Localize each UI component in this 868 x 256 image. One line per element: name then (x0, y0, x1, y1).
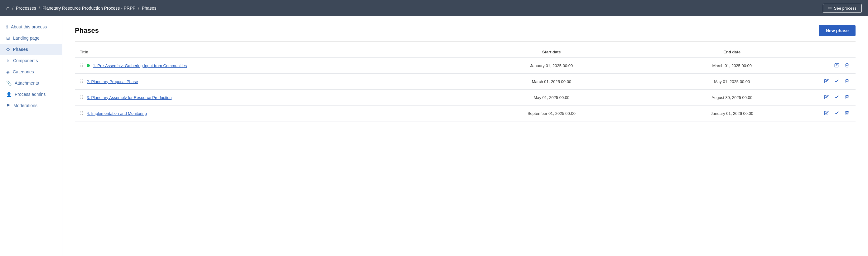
phase-title-cell-1: ⠿ 1. Pre-Assembly: Gathering Input from … (75, 58, 457, 74)
sidebar-item-label: Moderations (13, 103, 37, 108)
phase-title-cell-2: ⠿ 2. Planetary Proposal Phase (75, 74, 457, 90)
phase-start-date-2: March 01, 2025 00:00 (457, 74, 646, 90)
user-icon: 👤 (6, 92, 11, 97)
table-row: ⠿ 4. Implementation and Monitoring Septe… (75, 106, 856, 121)
eye-icon: 👁 (828, 6, 832, 10)
sidebar-item-attachments[interactable]: 📎 Attachments (0, 78, 62, 89)
col-header-title: Title (75, 47, 457, 58)
sidebar: ℹ About this process ⊞ Landing page ◇ Ph… (0, 16, 62, 256)
phase-actions-2 (818, 74, 856, 90)
breadcrumb-sep-3: / (138, 6, 140, 10)
table-row: ⠿ 1. Pre-Assembly: Gathering Input from … (75, 58, 856, 74)
breadcrumb: ⌂ / Processes / Planetary Resource Produ… (6, 5, 156, 11)
home-icon[interactable]: ⌂ (6, 5, 10, 11)
phase-start-date-4: September 01, 2025 00:00 (457, 106, 646, 121)
phase-end-date-2: May 01, 2025 00:00 (646, 74, 818, 90)
status-dot (87, 64, 90, 67)
delete-button-4[interactable] (843, 110, 850, 117)
sidebar-item-components[interactable]: ✕ Components (0, 55, 62, 66)
table-row: ⠿ 3. Planetary Assembly for Resource Pro… (75, 90, 856, 106)
page-title: Phases (75, 27, 99, 35)
sidebar-item-label: Components (13, 58, 38, 63)
confirm-button-2[interactable] (833, 78, 840, 85)
sidebar-item-moderations[interactable]: ⚑ Moderations (0, 100, 62, 111)
table-row: ⠿ 2. Planetary Proposal Phase March 01, … (75, 74, 856, 90)
sidebar-item-admins[interactable]: 👤 Process admins (0, 89, 62, 100)
phase-start-date-1: January 01, 2025 00:00 (457, 58, 646, 74)
sidebar-item-label: Process admins (14, 92, 46, 97)
edit-button-4[interactable] (823, 110, 830, 117)
sidebar-item-label: Categories (13, 69, 34, 74)
header-divider (75, 41, 856, 41)
col-header-start-date: Start date (457, 47, 646, 58)
confirm-button-3[interactable] (833, 94, 840, 101)
sidebar-item-label: Attachments (14, 81, 39, 86)
edit-button-3[interactable] (823, 94, 830, 101)
see-process-label: See process (834, 6, 857, 10)
phase-title-cell-4: ⠿ 4. Implementation and Monitoring (75, 106, 457, 121)
tag-icon: ◈ (6, 69, 10, 74)
phase-end-date-1: March 01, 2025 00:00 (646, 58, 818, 74)
delete-button-2[interactable] (843, 78, 850, 85)
phase-actions-3 (818, 90, 856, 106)
phase-title-cell-3: ⠿ 3. Planetary Assembly for Resource Pro… (75, 90, 457, 106)
edit-button-2[interactable] (823, 78, 830, 85)
page-layout: ℹ About this process ⊞ Landing page ◇ Ph… (0, 16, 868, 256)
flag-icon: ⚑ (6, 103, 10, 108)
sidebar-item-phases[interactable]: ◇ Phases (0, 44, 62, 55)
phase-actions-1 (818, 58, 856, 74)
sidebar-item-label: Phases (13, 47, 28, 52)
breadcrumb-processes[interactable]: Processes (16, 6, 36, 10)
drag-handle-icon[interactable]: ⠿ (80, 94, 84, 101)
main-content: Phases New phase Title Start date End da… (62, 16, 868, 256)
phase-link-3[interactable]: 3. Planetary Assembly for Resource Produ… (87, 95, 172, 100)
sidebar-item-label: About this process (11, 24, 47, 29)
confirm-button-4[interactable] (833, 110, 840, 117)
grid-icon: ⊞ (6, 36, 10, 40)
col-header-end-date: End date (646, 47, 818, 58)
breadcrumb-process-name[interactable]: Planetary Resource Production Process - … (42, 6, 135, 10)
drag-handle-icon[interactable]: ⠿ (80, 79, 84, 85)
see-process-button[interactable]: 👁 See process (823, 4, 862, 13)
sidebar-item-label: Landing page (13, 36, 40, 40)
table-header-row: Title Start date End date (75, 47, 856, 58)
phase-link-1[interactable]: 1. Pre-Assembly: Gathering Input from Co… (93, 63, 187, 68)
phase-start-date-3: May 01, 2025 00:00 (457, 90, 646, 106)
phase-end-date-4: January 01, 2026 00:00 (646, 106, 818, 121)
drag-handle-icon[interactable]: ⠿ (80, 63, 84, 69)
breadcrumb-current: Phases (142, 6, 156, 10)
paperclip-icon: 📎 (6, 81, 11, 86)
info-icon: ℹ (6, 24, 8, 29)
breadcrumb-sep-1: / (12, 6, 13, 10)
sidebar-item-about[interactable]: ℹ About this process (0, 21, 62, 32)
delete-button-3[interactable] (843, 94, 850, 101)
components-icon: ✕ (6, 58, 10, 63)
phase-link-4[interactable]: 4. Implementation and Monitoring (87, 111, 147, 116)
phase-link-2[interactable]: 2. Planetary Proposal Phase (87, 79, 138, 84)
drag-handle-icon[interactable]: ⠿ (80, 111, 84, 116)
edit-button-1[interactable] (833, 62, 840, 69)
phase-end-date-3: August 30, 2025 00:00 (646, 90, 818, 106)
delete-button-1[interactable] (843, 62, 850, 69)
sidebar-item-categories[interactable]: ◈ Categories (0, 66, 62, 78)
page-header: Phases New phase (75, 25, 856, 36)
breadcrumb-sep-2: / (39, 6, 40, 10)
top-navigation: ⌂ / Processes / Planetary Resource Produ… (0, 0, 868, 16)
phases-table: Title Start date End date ⠿ 1. Pre-Assem… (75, 47, 856, 121)
col-header-actions (818, 47, 856, 58)
phase-actions-4 (818, 106, 856, 121)
sidebar-item-landing[interactable]: ⊞ Landing page (0, 32, 62, 44)
diamond-icon: ◇ (6, 47, 10, 52)
new-phase-button[interactable]: New phase (819, 25, 856, 36)
